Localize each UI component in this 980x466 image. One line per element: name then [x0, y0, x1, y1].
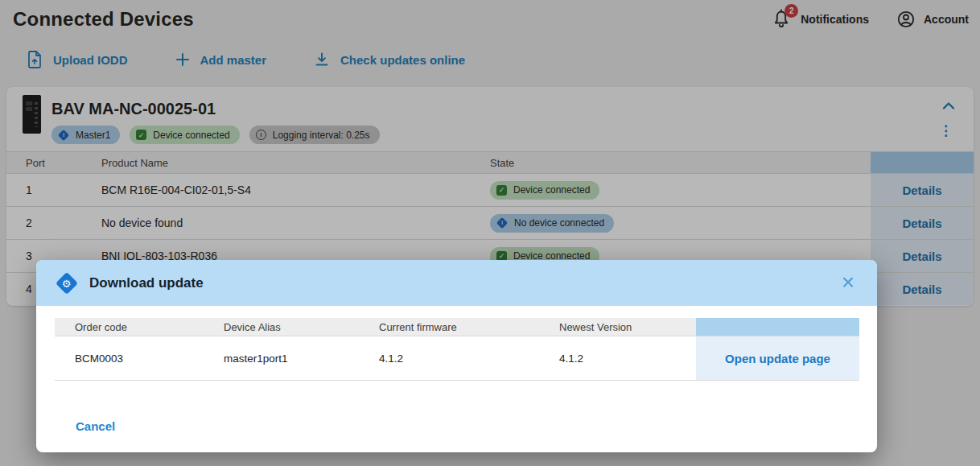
col-header-current-firmware: Current firmware	[359, 318, 539, 336]
col-header-action	[696, 318, 859, 336]
col-header-device-alias: Device Alias	[204, 318, 359, 336]
col-header-order-code: Order code	[55, 318, 204, 336]
update-table-row: BCM0003 master1port1 4.1.2 4.1.2 Open up…	[55, 336, 859, 381]
modal-header: ⚙ Download update ×	[36, 260, 877, 306]
open-update-page-button[interactable]: Open update page	[725, 352, 830, 365]
device-alias-value: master1port1	[204, 336, 359, 380]
newest-version-value: 4.1.2	[539, 336, 696, 380]
modal-title: Download update	[89, 275, 204, 291]
update-table: Order code Device Alias Current firmware…	[55, 318, 859, 381]
update-table-header: Order code Device Alias Current firmware…	[55, 318, 859, 336]
current-firmware-value: 4.1.2	[359, 336, 539, 380]
order-code-value: BCM0003	[55, 336, 204, 380]
cancel-button[interactable]: Cancel	[76, 419, 115, 433]
download-update-modal: ⚙ Download update × Order code Device Al…	[36, 260, 877, 452]
update-gear-icon: ⚙	[56, 271, 78, 294]
col-header-newest-version: Newest Version	[539, 318, 696, 336]
close-icon[interactable]: ×	[834, 266, 863, 299]
